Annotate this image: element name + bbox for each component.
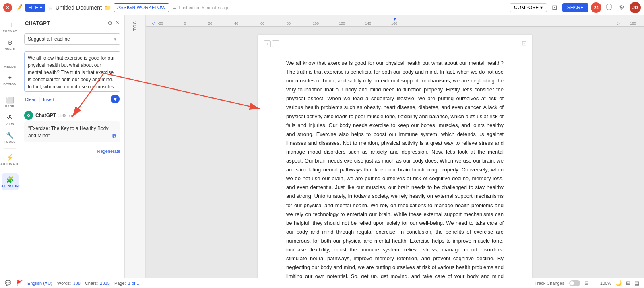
chat-panel: CHATGPT ⚙ ✕ Suggest a Headline Summarize… <box>20 15 125 278</box>
avatar: 24 <box>591 2 601 13</box>
sidebar-item-tools[interactable]: 🔧 TOOLS <box>2 129 19 146</box>
language-selector[interactable]: English (AU) <box>27 281 52 286</box>
ruler-mark-0: 0 <box>184 21 186 25</box>
add-block-icon[interactable]: + <box>264 40 271 47</box>
file-button[interactable]: FILE ▾ <box>25 4 45 12</box>
view-mode-icon[interactable]: ⊟ <box>584 280 589 286</box>
chat-msg-body: "Exercise: The Key to a Healthy Body and… <box>24 121 120 142</box>
ruler-mark-140: 140 <box>365 21 371 25</box>
design-icon: ✦ <box>7 74 12 82</box>
zoom-level: 100% <box>600 281 611 286</box>
layout-icon[interactable]: ≡ <box>593 280 596 286</box>
sidebar-item-design[interactable]: ✦ DESIGN <box>2 72 19 88</box>
sidebar-item-fields[interactable]: ☰ FIELDS <box>2 54 19 71</box>
chat-input-controls: Clear | Insert ▼ <box>24 93 120 103</box>
statusbar: 💬 🚩 English (AU) Words: 388 Chars: 2335 … <box>0 278 644 288</box>
automate-icon: ⚡ <box>6 154 14 161</box>
sidebar-item-format[interactable]: ⊞ FORMAT <box>2 19 19 35</box>
chat-regenerate-area: Regenerate <box>24 146 120 156</box>
ruler-mark-neg20: -20 <box>158 21 163 25</box>
ruler-mark-60: 60 <box>260 21 264 25</box>
chat-messages: G ChatGPT 3:49 pm "Exercise: The Key to … <box>20 107 124 278</box>
chatgpt-title: CHATGPT <box>25 20 50 26</box>
insert-link[interactable]: Insert <box>43 97 54 102</box>
ruler-mark-80: 80 <box>287 21 291 25</box>
chat-header: CHATGPT ⚙ ✕ <box>20 15 124 30</box>
sidebar-item-insert[interactable]: ⊕ INSERT <box>2 36 19 53</box>
sidebar-item-view[interactable]: 👁 VIEW <box>2 111 19 128</box>
folder-icon[interactable]: 📁 <box>104 4 111 11</box>
left-sidebar: ⊞ FORMAT ⊕ INSERT ☰ FIELDS ✦ DESIGN ⬜ PA… <box>0 15 20 278</box>
headline-select[interactable]: Suggest a Headline Summarize Improve Wri… <box>24 33 120 45</box>
extensions-icon: 🧩 <box>6 176 14 183</box>
insert-icon: ⊕ <box>7 39 12 46</box>
doc-type-icon: 📝 <box>14 4 23 11</box>
status-right: Track Changes ⊟ ≡ 100% 🌙 ⊞ ▤ <box>535 280 639 286</box>
settings-icon[interactable]: ⚙ <box>617 2 627 13</box>
cloud-icon: ☁ <box>172 5 177 10</box>
info-icon[interactable]: ⓘ <box>604 2 614 13</box>
chat-scroll-button[interactable]: ▼ <box>111 95 120 103</box>
chat-close-icon[interactable]: ✕ <box>115 19 120 27</box>
chat-input-area: We all know that exercise is good for ou… <box>20 48 124 107</box>
clear-link[interactable]: Clear <box>25 97 35 102</box>
comment-block-icon[interactable]: ≡ <box>272 40 279 47</box>
ruler-mark-20: 20 <box>208 21 212 25</box>
chat-actions: ⚙ ✕ <box>107 19 120 27</box>
sidebar-item-page-setup[interactable]: ⬜ PAGE <box>2 94 19 111</box>
chat-message: G ChatGPT 3:49 pm "Exercise: The Key to … <box>24 111 120 142</box>
presentation-icon[interactable]: ⊡ <box>549 2 560 13</box>
document-body: We all know that exercise is good for ou… <box>286 59 504 278</box>
assign-workflow-button[interactable]: ASSIGN WORKFLOW <box>114 3 169 12</box>
doc-corner-icon[interactable]: ⊡ <box>522 39 527 47</box>
ruler-mark-120: 120 <box>339 21 345 25</box>
ruler-left-arrow: ◁ <box>152 21 155 25</box>
status-left: 💬 🚩 English (AU) Words: 388 Chars: 2335 … <box>5 280 528 286</box>
user-avatar[interactable]: JD <box>630 2 641 13</box>
toc-panel: Toc <box>125 15 146 278</box>
chat-settings-icon[interactable]: ⚙ <box>107 19 113 27</box>
flag-icon[interactable]: 🚩 <box>16 280 23 286</box>
ruler-mark-40: 40 <box>234 21 238 25</box>
ruler-mark-160: 160 <box>391 21 397 25</box>
view-icon: 👁 <box>7 114 13 121</box>
chat-msg-name: ChatGPT <box>35 113 56 118</box>
doc-title[interactable]: Untitled Document <box>56 4 102 11</box>
close-button[interactable]: ✕ <box>3 3 12 12</box>
fields-icon: ☰ <box>7 56 13 64</box>
share-button[interactable]: SHARE <box>562 3 588 12</box>
star-icon[interactable]: ☆ <box>48 4 53 11</box>
list-view-icon[interactable]: ▤ <box>634 280 639 286</box>
toc-label[interactable]: Toc <box>131 19 139 33</box>
notification-badge[interactable]: 24 <box>591 2 601 13</box>
comment-icon[interactable]: 💬 <box>5 280 11 286</box>
regenerate-link[interactable]: Regenerate <box>97 149 121 154</box>
dark-mode-icon[interactable]: 🌙 <box>615 280 622 286</box>
tools-icon: 🔧 <box>6 132 14 139</box>
word-count: Words: 388 Chars: 2335 Page: 1 of 1 <box>57 281 139 286</box>
compose-button[interactable]: COMPOSE ▾ <box>510 3 547 12</box>
chatgpt-avatar: G <box>24 111 33 120</box>
page-setup-icon: ⬜ <box>6 96 14 104</box>
main-area: ⊞ FORMAT ⊕ INSERT ☰ FIELDS ✦ DESIGN ⬜ PA… <box>0 15 644 278</box>
ruler-mark-100: 100 <box>313 21 319 25</box>
ruler: ◁ -20 0 20 40 60 80 100 120 140 160 ▷ 18… <box>146 15 644 27</box>
grid-view-icon[interactable]: ⊞ <box>626 280 630 286</box>
chat-dropdown-area: Suggest a Headline Summarize Improve Wri… <box>20 30 124 48</box>
chat-input[interactable]: We all know that exercise is good for ou… <box>24 51 120 92</box>
track-changes-toggle[interactable] <box>569 280 580 286</box>
ruler-mark-180: 180 <box>630 21 636 25</box>
sidebar-item-extensions[interactable]: 🧩 EXTENSIONS <box>2 173 19 190</box>
file-label: FILE ▾ <box>28 5 42 10</box>
chat-msg-header: G ChatGPT 3:49 pm <box>24 111 120 120</box>
headline-select-wrapper: Suggest a Headline Summarize Improve Wri… <box>24 33 120 45</box>
doc-toolbar-left: + ≡ <box>264 40 279 47</box>
copy-icon[interactable]: ⧉ <box>112 132 116 140</box>
last-edited-text: Last edited 5 minutes ago <box>179 5 230 10</box>
topbar: ✕ 📝 FILE ▾ ☆ Untitled Document 📁 ASSIGN … <box>0 0 644 15</box>
ruler-right-arrow: ▷ <box>617 21 620 25</box>
doc-scroll[interactable]: + ≡ ⊡ We all know that exercise is good … <box>146 27 644 278</box>
sidebar-item-automate[interactable]: ⚡ AUTOMATE <box>2 151 19 168</box>
chat-msg-time: 3:49 pm <box>58 113 73 118</box>
ruler-center-marker: ▼ <box>392 16 397 22</box>
